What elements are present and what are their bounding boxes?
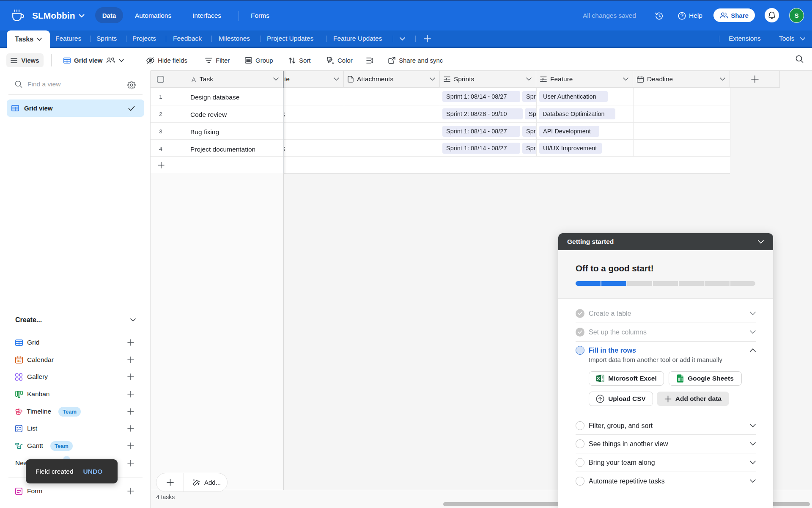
- svg-text:31: 31: [639, 79, 642, 82]
- svg-text:31: 31: [17, 359, 21, 363]
